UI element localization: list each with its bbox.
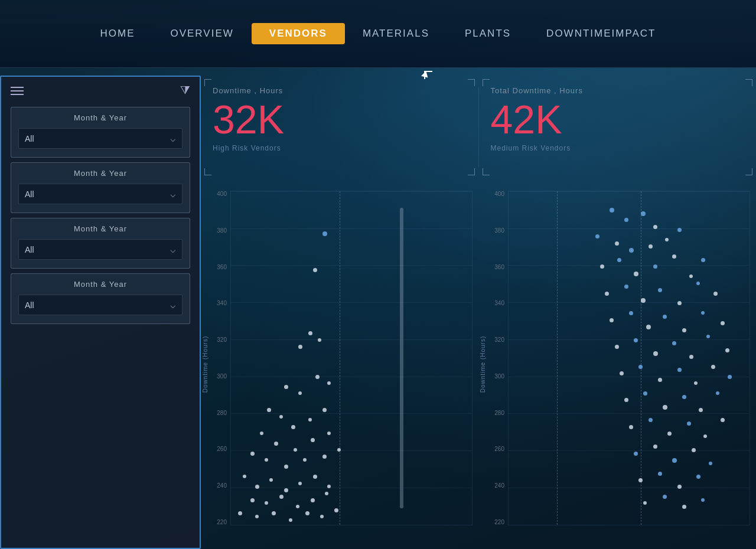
filter-group-1: Month & Year All ⌵ <box>11 107 190 158</box>
corner-br-2 <box>745 168 752 175</box>
filter-select-4[interactable]: All ⌵ <box>18 295 183 315</box>
chevron-down-icon-3: ⌵ <box>170 244 176 255</box>
y-axis-right: 400 380 360 340 320 300 280 260 240 220 <box>483 191 504 525</box>
filter-group-4: Month & Year All ⌵ <box>11 273 190 324</box>
dot <box>643 501 647 505</box>
dot <box>689 355 693 359</box>
filter-value-2: All <box>25 189 34 199</box>
dot <box>687 421 691 426</box>
dashed-line-left <box>340 191 340 525</box>
dot <box>250 452 255 456</box>
dot <box>294 448 297 452</box>
kpi-card-2: Total Downtime , Hours 42K Medium Risk V… <box>479 76 757 179</box>
filter-select-1[interactable]: All ⌵ <box>18 128 183 149</box>
dot <box>677 301 682 305</box>
dot <box>665 238 669 241</box>
y-label-r-340: 340 <box>494 300 504 306</box>
dot <box>706 335 710 338</box>
dot <box>337 448 341 452</box>
grid-line <box>231 450 472 451</box>
grid-line <box>231 488 472 488</box>
corner-tr-2 <box>745 79 752 86</box>
dot <box>638 478 643 482</box>
grid-line <box>231 413 472 414</box>
dot <box>634 452 638 456</box>
dot <box>311 438 315 442</box>
dot <box>313 475 317 479</box>
y-label-320: 320 <box>217 336 227 343</box>
y-label-r-300: 300 <box>494 373 504 380</box>
dot <box>721 321 725 325</box>
dot <box>716 391 719 395</box>
dot <box>689 274 693 278</box>
kpi-label-1: Downtime , Hours <box>213 86 467 95</box>
filter-select-3[interactable]: All ⌵ <box>18 239 183 260</box>
filter-value-4: All <box>25 300 34 310</box>
y-label-360: 360 <box>217 264 227 270</box>
grid-line <box>231 228 472 229</box>
y-label-300: 300 <box>217 373 227 380</box>
grid-line <box>509 377 750 377</box>
y-label-380: 380 <box>217 227 227 234</box>
dot <box>600 264 604 269</box>
corner-bl-2 <box>483 168 490 175</box>
grid-line <box>509 339 750 340</box>
dot <box>649 418 653 422</box>
dot <box>672 254 676 259</box>
dot <box>692 448 696 452</box>
y-axis-left: 400 380 360 340 320 300 280 260 240 220 <box>206 191 227 525</box>
dashed-line-r-1 <box>557 191 558 525</box>
chart-right: 400 380 360 340 320 300 280 260 240 220 … <box>478 185 756 543</box>
dot <box>238 511 242 515</box>
dot <box>677 485 682 489</box>
filter-select-2[interactable]: All ⌵ <box>18 184 183 204</box>
nav-home[interactable]: Home <box>82 23 152 44</box>
corner-tl-2 <box>483 79 490 86</box>
chevron-down-icon-2: ⌵ <box>170 188 176 200</box>
kpi-label-2: Total Downtime , Hours <box>491 86 745 95</box>
dot <box>663 315 667 319</box>
hamburger-menu[interactable] <box>11 87 24 95</box>
filter-value-1: All <box>25 134 34 143</box>
dot <box>315 375 320 379</box>
dot <box>624 398 628 402</box>
y-label-280: 280 <box>217 410 227 416</box>
vert-bar-left <box>400 208 403 508</box>
dot <box>643 391 647 396</box>
grid-line <box>231 302 472 303</box>
dot <box>243 475 246 478</box>
nav-plants[interactable]: Plants <box>447 23 529 44</box>
dot <box>694 381 698 385</box>
dot <box>322 231 327 236</box>
dot <box>629 248 634 253</box>
nav-overview[interactable]: Overview <box>152 23 251 44</box>
dot <box>709 462 712 465</box>
dot <box>620 371 624 375</box>
y-label-r-260: 260 <box>494 446 504 452</box>
filter-icon[interactable]: ⧩ <box>180 84 190 97</box>
dot <box>634 338 638 342</box>
dot <box>653 225 657 229</box>
grid-line <box>231 339 472 340</box>
grid-line <box>231 525 472 525</box>
dot <box>279 415 283 419</box>
dot <box>713 292 718 296</box>
main-content: Downtime , Hours 32K High Risk Vendors T… <box>201 76 756 549</box>
dot <box>653 264 657 269</box>
dot <box>269 478 273 482</box>
dot <box>605 292 609 296</box>
dot <box>265 458 268 462</box>
dot <box>303 458 307 462</box>
kpi-row: Downtime , Hours 32K High Risk Vendors T… <box>201 76 756 179</box>
dot <box>318 338 321 342</box>
dot <box>663 405 667 410</box>
dot <box>711 365 715 369</box>
nav-downtime-impact[interactable]: DowntimeImpact <box>529 23 673 44</box>
dot <box>658 378 662 382</box>
dot <box>701 258 705 262</box>
nav-vendors[interactable]: Vendors <box>252 23 345 44</box>
dot <box>682 505 686 509</box>
dot <box>308 418 312 421</box>
nav-materials[interactable]: Materials <box>345 23 447 44</box>
dot <box>696 282 700 285</box>
